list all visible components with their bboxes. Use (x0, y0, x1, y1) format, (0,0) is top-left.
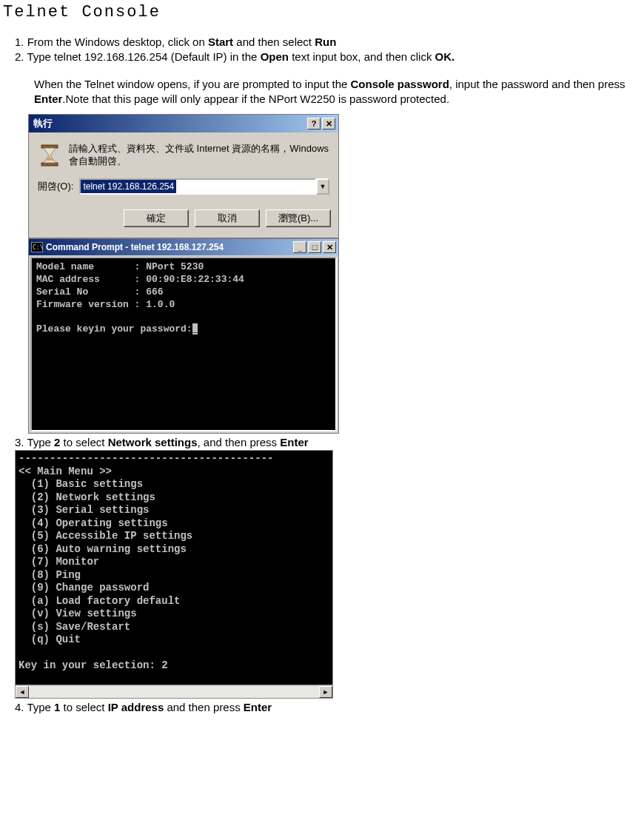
text: When the Telnet window opens, if you are… (34, 78, 351, 90)
scroll-track[interactable] (29, 686, 319, 698)
menu-item: (4) Operating settings (19, 517, 168, 529)
bold-enter: Enter (34, 93, 62, 105)
command-prompt-window: C:\ Command Prompt - telnet 192.168.127.… (28, 238, 339, 434)
menu-item: (5) Accessible IP settings (19, 530, 192, 542)
open-input[interactable]: telnet 192.168.126.254 (79, 178, 316, 195)
text: 1. From the Windows desktop, click on (15, 36, 208, 48)
menu-item: (1) Basic settings (19, 478, 143, 490)
bold-open: Open (261, 50, 289, 63)
close-button[interactable]: ✕ (323, 241, 336, 253)
step-3: 3. Type 2 to select Network settings, an… (15, 435, 641, 450)
text: and then press (164, 701, 244, 713)
line-firmware: Firmware version : 1.0.0 (36, 299, 175, 310)
paragraph-console-password: When the Telnet window opens, if you are… (34, 77, 641, 107)
open-label: 開啓(O): (38, 180, 73, 193)
text: 3. Type (15, 436, 54, 448)
menu-item: (q) Quit (19, 633, 81, 645)
text: 4. Type (15, 701, 54, 713)
cursor-icon: _ (192, 323, 198, 335)
page-title: Telnet Console (3, 3, 641, 21)
step-2: 2. Type telnet 192.168.126.254 (Default … (15, 50, 641, 64)
menu-item: (a) Load factory default (19, 595, 180, 607)
command-prompt-titlebar: C:\ Command Prompt - telnet 192.168.127.… (29, 239, 338, 255)
rule: ----------------------------------------… (19, 452, 273, 464)
menu-item: (v) View settings (19, 608, 137, 619)
text: text input box, and then click (289, 50, 435, 63)
run-dialog-titlebar: 執行 ? ✕ (29, 115, 338, 132)
scroll-right-button[interactable]: ► (319, 686, 332, 698)
run-dialog-title: 執行 (32, 117, 53, 130)
bold-network-settings: Network settings (108, 436, 198, 448)
line-serial: Serial No : 666 (36, 286, 164, 298)
svg-rect-0 (41, 145, 58, 148)
main-menu-body: ----------------------------------------… (16, 451, 332, 685)
svg-rect-1 (41, 163, 58, 166)
menu-item: (9) Change password (19, 582, 149, 594)
menu-item: (8) Ping (19, 569, 81, 581)
menu-item: (2) Network settings (19, 491, 155, 503)
text: , input the password and then press (449, 78, 625, 90)
bold-start: Start (208, 36, 233, 48)
text: to select (60, 701, 107, 713)
run-icon (38, 143, 61, 168)
text: and then select (233, 36, 315, 48)
bold-enter: Enter (244, 701, 272, 713)
command-prompt-icon: C:\ (31, 242, 43, 252)
password-prompt: Please keyin your password: (36, 323, 192, 335)
step-4: 4. Type 1 to select IP address and then … (15, 700, 641, 715)
main-menu-window: ----------------------------------------… (15, 450, 333, 699)
open-input-value: telnet 192.168.126.254 (81, 180, 176, 193)
horizontal-scrollbar[interactable]: ◄ ► (16, 685, 332, 698)
ok-button[interactable]: 確定 (124, 209, 189, 227)
menu-item: (3) Serial settings (19, 504, 149, 516)
bold-enter: Enter (280, 436, 308, 448)
bold-console-password: Console password (351, 78, 449, 90)
menu-item: (6) Auto warning settings (19, 543, 187, 555)
run-dialog-message: 請輸入程式、資料夾、文件或 Internet 資源的名稱，Windows會自動開… (69, 143, 329, 168)
command-prompt-title: Command Prompt - telnet 192.168.127.254 (46, 242, 224, 252)
selection-prompt: Key in your selection: 2 (19, 659, 168, 671)
maximize-button[interactable]: □ (308, 241, 321, 253)
line-model: Model name : NPort 5230 (36, 261, 204, 272)
bold-run: Run (315, 36, 336, 48)
minimize-button[interactable]: _ (293, 241, 306, 253)
browse-button[interactable]: 瀏覽(B)... (266, 209, 331, 227)
close-button[interactable]: ✕ (322, 118, 335, 130)
cancel-button[interactable]: 取消 (195, 209, 260, 227)
menu-item: (s) Save/Restart (19, 621, 130, 633)
text: , and then press (198, 436, 281, 448)
bold-ip-address: IP address (108, 701, 164, 713)
help-button[interactable]: ? (307, 118, 321, 130)
open-dropdown-button[interactable]: ▼ (316, 178, 329, 195)
step-1: 1. From the Windows desktop, click on St… (15, 35, 641, 50)
run-dialog: 執行 ? ✕ 請輸入程式、資料夾、文件或 Internet 資源的名稱，Wind… (28, 114, 339, 238)
text: 2. Type telnet 192.168.126.254 (Default … (15, 50, 261, 63)
line-mac: MAC address : 00:90:E8:22:33:44 (36, 274, 244, 285)
text: .Note that this page will only appear if… (62, 93, 449, 105)
command-prompt-body: Model name : NPort 5230 MAC address : 00… (30, 257, 337, 431)
menu-item: (7) Monitor (19, 556, 99, 568)
bold-ok: OK. (435, 50, 455, 63)
main-menu-header: << Main Menu >> (19, 465, 112, 477)
text: to select (60, 436, 107, 448)
scroll-left-button[interactable]: ◄ (16, 686, 29, 698)
